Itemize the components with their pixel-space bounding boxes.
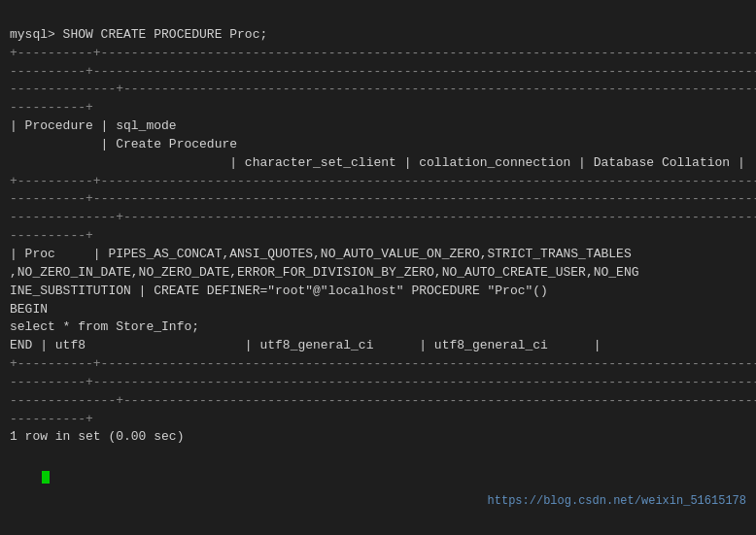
sep-mid-2b: ----------------------------------------… [101, 191, 756, 206]
data-line-2: ,NO_ZERO_IN_DATE,NO_ZERO_DATE,ERROR_FOR_… [10, 265, 639, 280]
watermark: https://blog.csdn.net/weixin_51615178 [488, 494, 746, 508]
sep-end-4: ----------+ [10, 412, 93, 426]
header-line-2: | Create Procedure [10, 137, 237, 151]
sep-mid-4: ----------+ [10, 228, 93, 243]
data-line-3: INE_SUBSTITUTION | CREATE DEFINER="root"… [10, 284, 548, 298]
data-line-5: select * from Store_Info; [10, 319, 199, 334]
sep-end-2b: ----------------------------------------… [101, 375, 756, 389]
sep-mid-3: --------------+- [10, 210, 131, 224]
terminal-cursor [42, 471, 50, 484]
sep-line-1b: ----------------------------------------… [108, 46, 756, 60]
sep-line-2b: ----------------------------------------… [101, 64, 756, 79]
sep-end-3b: ----------------------------------------… [131, 393, 756, 408]
header-line-3: | character_set_client | collation_conne… [10, 155, 745, 170]
data-line-4: BEGIN [10, 302, 48, 317]
sep-mid-1: +----------+- [10, 174, 108, 188]
sep-end-1b: ----------------------------------------… [108, 356, 756, 371]
sep-mid-1b: ----------------------------------------… [108, 174, 756, 188]
data-line-6: END | utf8 | utf8_general_ci | utf8_gene… [10, 338, 601, 352]
sep-mid-2: ----------+- [10, 191, 101, 206]
result-line: 1 row in set (0.00 sec) [10, 429, 184, 444]
sep-end-1: +----------+- [10, 356, 108, 371]
sep-line-3: --------------+- [10, 82, 131, 96]
command-line: mysql> SHOW CREATE PROCEDURE Proc; [10, 27, 267, 42]
data-line-1: | Proc | PIPES_AS_CONCAT,ANSI_QUOTES,NO_… [10, 247, 632, 261]
sep-end-3: --------------+- [10, 393, 131, 408]
sep-line-1: +----------+- [10, 46, 108, 60]
sep-mid-3b: ----------------------------------------… [131, 210, 756, 224]
sep-line-2: ----------+- [10, 64, 101, 79]
sep-line-4: ----------+ [10, 100, 93, 115]
sep-line-3b: ----------------------------------------… [131, 82, 756, 96]
header-line-1: | Procedure | sql_mode [10, 118, 177, 133]
sep-end-2: ----------+- [10, 375, 101, 389]
terminal-window: mysql> SHOW CREATE PROCEDURE Proc; +----… [0, 0, 756, 535]
cursor-prompt [10, 466, 50, 481]
